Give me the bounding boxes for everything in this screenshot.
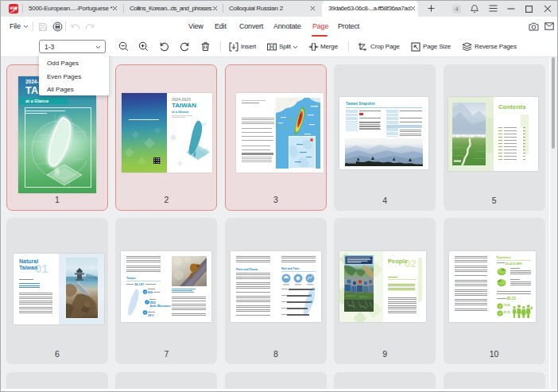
svg-text:PDF: PDF [10,6,15,9]
